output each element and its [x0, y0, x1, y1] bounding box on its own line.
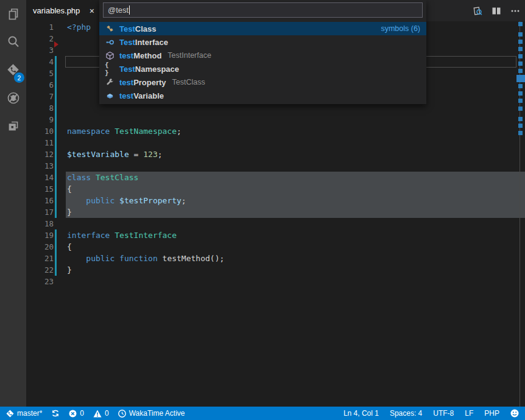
code-text: public function testMethod(); [67, 253, 224, 264]
status-item-utf-8[interactable]: UTF-8 [433, 409, 454, 418]
status-item-smiley-icon[interactable] [510, 409, 519, 418]
line-number: 4 [26, 56, 54, 68]
line-number: 11 [26, 137, 54, 149]
text-caret [129, 5, 130, 15]
quick-open-item[interactable]: TestClasssymbols (6) [99, 22, 426, 35]
split-editor-icon[interactable] [491, 5, 502, 16]
quick-open-widget: @test TestClasssymbols (6)TestInterfacet… [99, 0, 426, 104]
symbol-name: TestClass [119, 24, 156, 33]
code-line-row[interactable]: 15{ [26, 183, 525, 195]
git-modified-indicator [55, 91, 57, 102]
quick-open-item[interactable]: testMethodTestInterface [99, 49, 426, 62]
line-number: 2 [26, 33, 54, 44]
status-item-0[interactable]: 0 [93, 409, 109, 418]
more-actions-icon[interactable] [510, 5, 521, 16]
overview-modified-mark [518, 124, 523, 128]
symbol-name: TestNamespace [119, 65, 179, 74]
code-line-row[interactable]: 22} [26, 264, 525, 276]
code-text: public $testProperty; [67, 195, 186, 206]
line-number: 3 [26, 44, 54, 56]
status-item-spaces-4[interactable]: Spaces: 4 [390, 409, 422, 418]
line-number: 8 [26, 102, 54, 114]
symbol-description: TestInterface [167, 51, 211, 60]
quick-open-item[interactable]: testPropertyTestClass [99, 75, 426, 89]
overview-modified-mark [518, 47, 523, 51]
interface-icon [105, 37, 115, 47]
code-line-row[interactable]: 12$testVariable = 123; [26, 149, 525, 160]
status-item-lf[interactable]: LF [465, 409, 473, 418]
search-preview-icon[interactable] [472, 5, 483, 16]
quick-open-item[interactable]: { }TestNamespace [99, 62, 426, 75]
git-modified-indicator [55, 79, 57, 91]
sidebar-item-extensions[interactable] [0, 112, 26, 140]
git-modified-indicator [55, 229, 57, 241]
sidebar-item-search[interactable] [0, 28, 26, 56]
quick-open-input[interactable]: @test [103, 2, 423, 18]
code-text: { [67, 241, 72, 253]
symbol-name: TestInterface [119, 38, 168, 47]
code-text: { [67, 183, 72, 195]
code-text: namespace TestNamespace; [67, 125, 181, 137]
line-number: 10 [26, 125, 54, 137]
close-icon[interactable]: × [90, 7, 94, 15]
line-number: 23 [26, 276, 54, 287]
line-number: 14 [26, 172, 54, 183]
debug-icon [5, 90, 21, 106]
git-modified-indicator [55, 253, 57, 264]
sidebar-item-explorer[interactable] [0, 0, 26, 28]
quick-open-item[interactable]: testVariable [99, 89, 426, 102]
line-number: 13 [26, 160, 54, 172]
sidebar-item-debug[interactable] [0, 84, 26, 112]
overview-modified-mark [518, 32, 523, 37]
status-item-master[interactable]: master* [6, 409, 42, 418]
status-item-0[interactable]: 0 [69, 409, 84, 418]
git-modified-indicator [55, 183, 57, 195]
sidebar-item-source-control[interactable]: 2 [0, 56, 26, 84]
status-item-php[interactable]: PHP [484, 409, 499, 418]
tab-variables-php[interactable]: variables.php × [26, 0, 99, 21]
code-line-row[interactable]: 11 [26, 137, 525, 149]
line-number: 9 [26, 114, 54, 125]
git-modified-indicator [55, 264, 57, 276]
line-number: 22 [26, 264, 54, 276]
code-line-row[interactable]: 18 [26, 218, 525, 229]
status-bar-left: master*00WakaTime Active [6, 409, 185, 418]
code-line-row[interactable]: 10namespace TestNamespace; [26, 125, 525, 137]
code-line-row[interactable]: 16 public $testProperty; [26, 195, 525, 206]
code-line-row[interactable]: 19interface TestInterface [26, 229, 525, 241]
line-number: 7 [26, 91, 54, 102]
status-item-ln-4-col-1[interactable]: Ln 4, Col 1 [344, 409, 379, 418]
code-text: <?php [67, 21, 91, 33]
overview-modified-mark [518, 131, 523, 135]
quick-open-item[interactable]: TestInterface [99, 35, 426, 49]
overview-modified-mark [518, 84, 523, 88]
line-number: 1 [26, 21, 54, 33]
search-icon [5, 34, 21, 50]
code-line-row[interactable]: 23 [26, 276, 525, 287]
status-item-sync-icon[interactable] [51, 409, 60, 418]
git-modified-indicator [55, 125, 57, 137]
line-number: 18 [26, 218, 54, 229]
overview-modified-mark [518, 99, 523, 103]
overview-modified-mark [518, 61, 523, 66]
status-item-wakatime-active[interactable]: WakaTime Active [118, 409, 185, 418]
code-line-row[interactable]: 20{ [26, 241, 525, 253]
vscode-window: 2 [0, 0, 525, 420]
code-line-row[interactable]: 14class TestClass [26, 172, 525, 183]
symbol-name: testProperty [119, 78, 166, 87]
property-icon [105, 77, 115, 87]
code-line-row[interactable]: 21 public function testMethod(); [26, 253, 525, 264]
sync-icon [51, 409, 60, 418]
activity-bar: 2 [0, 0, 26, 407]
line-number: 21 [26, 253, 54, 264]
method-icon [105, 51, 115, 60]
code-line-row[interactable]: 17} [26, 206, 525, 218]
line-number: 5 [26, 68, 54, 79]
warning-icon [93, 410, 102, 418]
error-icon [69, 410, 77, 418]
overview-modified-mark [518, 107, 523, 111]
code-line-row[interactable]: 9 [26, 114, 525, 125]
code-line-row[interactable]: 13 [26, 160, 525, 172]
overview-modified-mark [518, 40, 523, 44]
git-modified-indicator [55, 137, 57, 149]
